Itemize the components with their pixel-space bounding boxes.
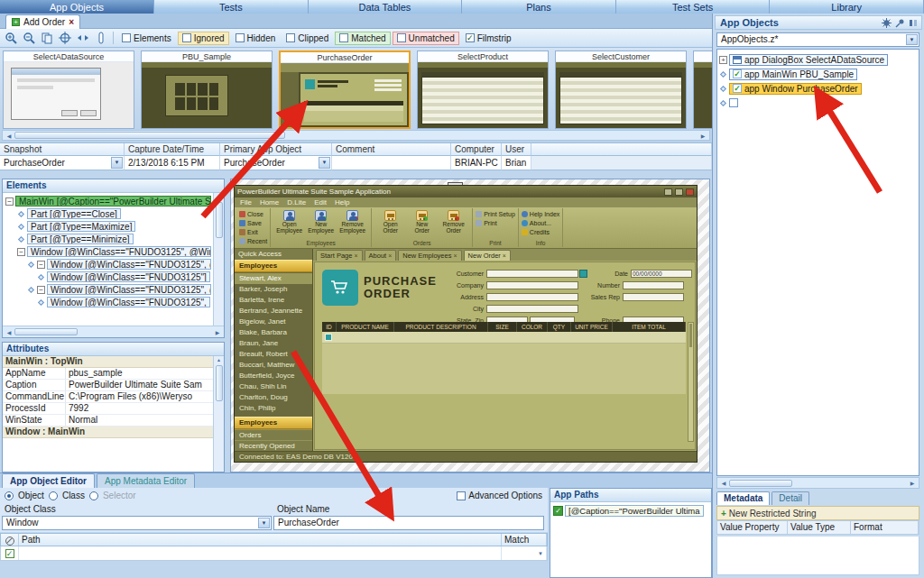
tree-item-part-close[interactable]: Part [@Type==Close] <box>5 207 211 220</box>
tree-item-mainwin-pbu-sample[interactable]: app MainWin PBU_Sample <box>719 67 917 81</box>
tab-detail[interactable]: Detail <box>772 491 809 505</box>
tree-item-window-3[interactable]: Window [@WinClass=="FNUDO3125"] <box>5 271 211 283</box>
thumbnail-partial[interactable] <box>693 50 712 129</box>
filmstrip-checkbox[interactable] <box>466 33 475 42</box>
tree-item-window-1[interactable]: Window [@WinClass=="FNUDO3125", @WinT <box>5 245 211 258</box>
compare-arrows-icon[interactable] <box>75 31 91 46</box>
attributes-section-window[interactable]: Window : MainWin <box>3 427 213 438</box>
object-radio[interactable] <box>5 491 14 500</box>
close-icon[interactable] <box>69 17 74 27</box>
top-tab-data-tables[interactable]: Data Tables <box>309 0 463 14</box>
advanced-options-checkbox[interactable] <box>457 491 466 500</box>
col-capture-datetime[interactable]: Capture Date/Time <box>125 143 220 156</box>
filter-clipped[interactable]: Clipped <box>282 32 333 45</box>
col-comment[interactable]: Comment <box>332 143 451 156</box>
tree-item-mainwin[interactable]: MainWin [@Caption=="PowerBuilder Ultimat… <box>5 195 211 207</box>
col-value-type[interactable]: Value Type <box>788 521 851 534</box>
selector-radio[interactable] <box>89 491 98 500</box>
scroll-left-icon[interactable] <box>4 131 14 140</box>
tree-item-window-5[interactable]: Window [@WinClass=="FNUDO3125", <box>5 296 211 308</box>
path-column-header[interactable]: Path <box>19 534 502 546</box>
gear-icon[interactable] <box>882 18 892 28</box>
tab-app-object-editor[interactable]: App Object Editor <box>2 473 95 488</box>
thumbnail-selectcustomer[interactable]: SelectCustomer <box>555 50 687 129</box>
filter-hidden[interactable]: Hidden <box>231 32 281 45</box>
app-objects-horizontal-scrollbar[interactable] <box>716 477 919 489</box>
top-tab-library[interactable]: Library <box>770 0 924 14</box>
elements-horizontal-scrollbar[interactable] <box>3 326 224 337</box>
top-tab-app-objects[interactable]: App Objects <box>0 0 154 14</box>
crosshair-icon[interactable] <box>57 31 73 46</box>
scroll-left-icon[interactable] <box>4 327 14 336</box>
ignored-checkbox[interactable] <box>182 33 191 42</box>
chevron-down-icon[interactable] <box>538 551 543 556</box>
zoom-out-icon[interactable] <box>21 31 37 46</box>
match-column-header[interactable]: Match <box>502 534 547 546</box>
scroll-up-icon[interactable] <box>217 357 221 364</box>
col-user[interactable]: User <box>502 143 531 156</box>
top-tab-plans[interactable]: Plans <box>462 0 616 14</box>
scroll-thumb[interactable] <box>216 202 223 238</box>
attributes-vertical-scrollbar[interactable] <box>213 356 224 472</box>
object-name-input[interactable]: PurchaseOrder <box>273 516 544 530</box>
snapshot-combo[interactable]: PurchaseOrder <box>0 156 125 170</box>
expand-icon[interactable] <box>719 56 727 64</box>
tab-add-order[interactable]: Add Order <box>5 14 80 29</box>
advanced-options[interactable]: Advanced Options <box>457 491 542 500</box>
collapse-icon[interactable] <box>37 286 45 294</box>
tree-item-empty[interactable] <box>719 96 917 110</box>
top-tab-tests[interactable]: Tests <box>154 0 309 14</box>
chevron-down-icon[interactable] <box>111 157 123 169</box>
attributes-section-mainwin[interactable]: MainWin : TopWin <box>3 356 213 368</box>
scroll-thumb[interactable] <box>14 328 78 335</box>
zoom-in-icon[interactable] <box>3 31 19 46</box>
pb-app-window[interactable]: PowerBuilder Ultimate Suite Sample Appli… <box>234 185 698 463</box>
copy-icon[interactable] <box>39 31 55 46</box>
primary-app-object-combo[interactable]: PurchaseOrder <box>220 156 332 170</box>
tree-item-window-2[interactable]: Window [@WinClass=="FNUDO3125", @W <box>5 258 211 271</box>
attribute-row[interactable]: ProcessId7992 <box>3 403 213 415</box>
scroll-right-icon[interactable] <box>907 479 918 488</box>
new-restricted-string-button[interactable]: New Restricted String <box>716 506 919 520</box>
filter-unmatched[interactable]: Unmatched <box>393 32 459 45</box>
exclude-icon[interactable] <box>1 534 19 546</box>
filter-elements[interactable]: Elements <box>117 32 176 45</box>
scroll-thumb[interactable] <box>216 365 223 401</box>
tree-item-part-maximize[interactable]: Part [@Type==Maximize] <box>5 220 211 233</box>
collapse-panel-icon[interactable] <box>909 18 919 28</box>
clipped-checkbox[interactable] <box>286 33 295 42</box>
chevron-down-icon[interactable] <box>319 157 330 169</box>
tree-item-window-4[interactable]: Window [@WinClass=="FNUDO3125", @WinT <box>5 283 211 296</box>
match-value-cell[interactable] <box>502 546 547 560</box>
comment-value[interactable] <box>332 156 451 170</box>
pin-icon[interactable] <box>895 18 905 28</box>
scroll-left-icon[interactable] <box>718 479 729 488</box>
elements-vertical-scrollbar[interactable] <box>213 193 224 326</box>
app-objects-file-select[interactable]: AppObjects.z* <box>716 32 919 47</box>
tree-item-dialogbox-selectadatasource[interactable]: app DialogBox SelectADataSource <box>719 52 917 67</box>
tree-item-window-purchaseorder[interactable]: app Window PurchaseOrder <box>719 81 917 96</box>
app-path-item[interactable]: [@Caption=="PowerBuilder Ultima <box>553 505 708 517</box>
unmatched-checkbox[interactable] <box>397 33 406 42</box>
path-value-cell[interactable] <box>19 546 502 560</box>
col-computer[interactable]: Computer <box>451 143 502 156</box>
attribute-row[interactable]: WinStateNormal <box>3 415 213 427</box>
collapse-icon[interactable] <box>5 197 14 206</box>
filter-matched[interactable]: Matched <box>335 32 390 45</box>
top-tab-test-sets[interactable]: Test Sets <box>616 0 771 14</box>
scroll-right-icon[interactable] <box>212 327 223 336</box>
filmstrip-scrollbar[interactable] <box>2 130 710 141</box>
capture-icon[interactable] <box>93 31 109 46</box>
elements-checkbox[interactable] <box>122 33 131 42</box>
empty-checkbox[interactable] <box>729 98 738 107</box>
filter-ignored[interactable]: Ignored <box>178 32 229 45</box>
col-value-property[interactable]: Value Property <box>717 521 788 534</box>
thumbnail-selectproduct[interactable]: SelectProduct <box>417 50 549 129</box>
col-snapshot[interactable]: Snapshot <box>0 143 125 156</box>
thumbnail-purchaseorder[interactable]: PurchaseOrder <box>279 50 411 129</box>
col-format[interactable]: Format <box>851 521 919 534</box>
path-enabled-checkbox[interactable] <box>5 549 14 558</box>
tree-item-part-minimize[interactable]: Part [@Type==Minimize] <box>5 233 211 245</box>
class-radio[interactable] <box>49 491 58 500</box>
thumbnail-selectadatasource[interactable]: SelectADataSource <box>3 50 134 129</box>
